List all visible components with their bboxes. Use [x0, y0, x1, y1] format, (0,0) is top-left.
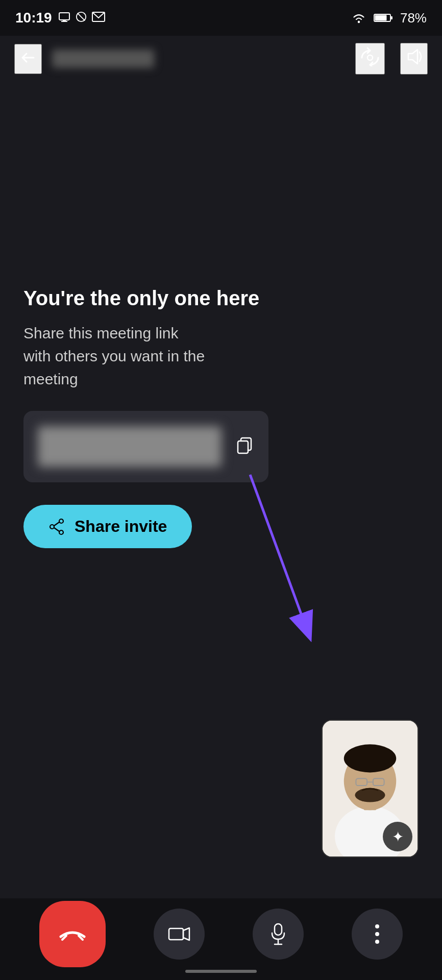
svg-point-15: [59, 530, 63, 534]
svg-marker-33: [183, 928, 189, 940]
self-video-preview: ✦: [322, 720, 419, 857]
svg-point-37: [375, 924, 379, 928]
nav-right: [355, 43, 428, 75]
svg-point-10: [367, 55, 373, 60]
no-disturb-icon: [76, 11, 87, 25]
meeting-link-blurred: [38, 426, 222, 467]
switch-camera-button[interactable]: [355, 43, 385, 75]
mail-icon: [92, 12, 105, 24]
nav-left: [14, 44, 154, 74]
main-content: You're the only one here Share this meet…: [0, 82, 442, 898]
svg-line-4: [77, 13, 85, 20]
camera-button[interactable]: [154, 909, 205, 960]
status-icons: [58, 11, 105, 26]
svg-point-25: [344, 744, 396, 772]
sparkle-icon: ✦: [392, 828, 404, 845]
svg-rect-0: [59, 13, 69, 20]
svg-point-6: [358, 21, 360, 23]
home-bar: [185, 970, 257, 973]
svg-line-17: [54, 522, 59, 526]
svg-rect-13: [238, 441, 248, 453]
meeting-title-blurred: [52, 50, 154, 68]
info-section: You're the only one here Share this meet…: [23, 286, 419, 548]
effects-button[interactable]: ✦: [383, 822, 412, 851]
svg-point-38: [375, 932, 379, 936]
svg-point-16: [50, 525, 54, 529]
svg-line-18: [54, 528, 59, 531]
svg-marker-11: [408, 50, 418, 64]
copy-link-button[interactable]: [235, 435, 254, 459]
svg-rect-34: [275, 924, 282, 935]
more-options-button[interactable]: [352, 909, 403, 960]
svg-rect-8: [390, 16, 392, 19]
status-bar: 10:19: [0, 0, 442, 36]
svg-point-29: [355, 788, 385, 802]
svg-point-39: [375, 940, 379, 944]
status-time: 10:19: [15, 10, 52, 26]
battery-icon: [374, 13, 393, 23]
share-description: Share this meeting linkwith others you w…: [23, 322, 419, 390]
speaker-button[interactable]: [400, 43, 428, 75]
svg-point-14: [59, 519, 63, 523]
status-left: 10:19: [15, 10, 105, 26]
microphone-button[interactable]: [253, 909, 304, 960]
svg-rect-9: [375, 15, 386, 21]
end-call-button[interactable]: [39, 901, 106, 967]
top-nav: [0, 36, 442, 82]
status-right: 78%: [351, 10, 427, 26]
only-one-title: You're the only one here: [23, 286, 419, 310]
back-button[interactable]: [14, 44, 42, 74]
meeting-link-box: [23, 411, 268, 482]
share-invite-label: Share invite: [75, 517, 167, 536]
wifi-icon: [351, 12, 366, 23]
battery-percent: 78%: [400, 10, 427, 26]
bottom-controls: [0, 898, 442, 980]
screen-record-icon: [58, 11, 70, 26]
svg-rect-32: [169, 928, 183, 940]
share-invite-button[interactable]: Share invite: [23, 505, 192, 548]
share-icon: [48, 518, 65, 535]
